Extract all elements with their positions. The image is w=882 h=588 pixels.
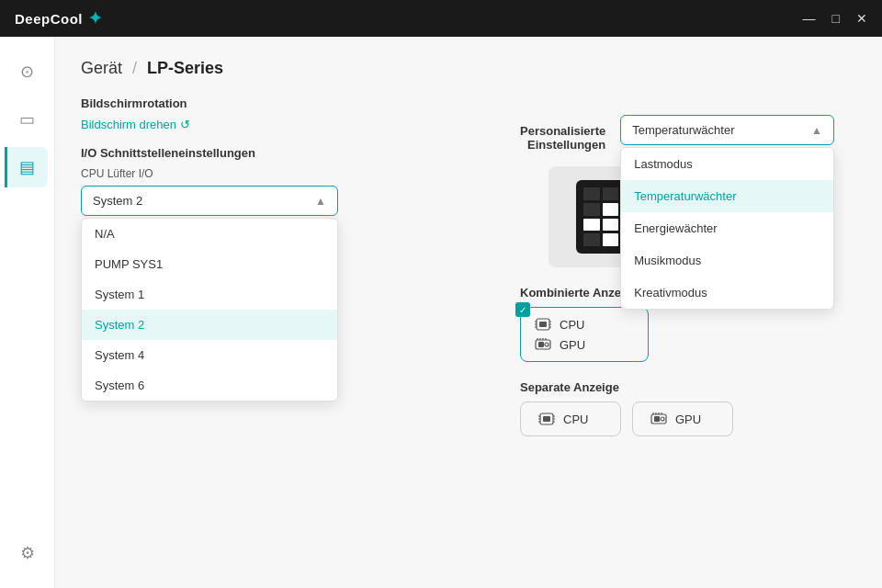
rotate-icon: ↺	[180, 118, 190, 131]
combined-anzeige-wrapper: ✓	[520, 307, 649, 362]
mode-dropdown-chevron: ▲	[811, 124, 822, 137]
device-icon: ▤	[19, 157, 35, 177]
settings-icon: ⚙	[20, 543, 35, 563]
svg-rect-24	[654, 416, 660, 422]
separate-display-label: Separate Anzeige	[520, 380, 834, 394]
separate-cpu-icon	[537, 412, 556, 426]
svg-point-10	[545, 343, 548, 346]
app-body: ⊙ ▭ ▤ ⚙ Gerät / LP-Series Bildschirmrota…	[0, 37, 882, 588]
app-logo: DeepCool ✦	[15, 8, 102, 28]
dropdown-item-sys4[interactable]: System 4	[82, 340, 337, 370]
combined-cpu-label: CPU	[560, 318, 584, 332]
rotate-link-text: Bildschirm drehen	[81, 118, 176, 131]
right-panel: PersonalisierteEinstellungen Temperaturw…	[498, 96, 856, 455]
mode-item-kreativ[interactable]: Kreativmodus	[621, 277, 833, 309]
sidebar: ⊙ ▭ ▤ ⚙	[0, 37, 55, 588]
dropdown-item-pump[interactable]: PUMP SYS1	[82, 249, 337, 279]
svg-rect-1	[539, 322, 547, 327]
logo-text: DeepCool	[15, 11, 83, 27]
mode-item-lastmodus-label: Lastmodus	[634, 157, 693, 171]
dropdown-item-sys4-label: System 4	[95, 348, 144, 362]
mode-item-temperatur[interactable]: Temperaturwächter	[621, 180, 833, 212]
main-content: Gerät / LP-Series Bildschirmrotation Bil…	[55, 37, 882, 588]
dropdown-item-na-label: N/A	[95, 227, 115, 241]
window-controls: — □ ✕	[803, 12, 867, 25]
dropdown-item-sys1-label: System 1	[95, 288, 144, 301]
fan-dropdown-selected[interactable]: System 2 ▲	[81, 186, 338, 216]
mode-dropdown-list: Lastmodus Temperaturwächter Energiewächt…	[620, 147, 834, 310]
personalized-label: PersonalisierteEinstellungen	[520, 115, 605, 152]
home-icon: ⊙	[20, 62, 34, 82]
separate-cpu-box[interactable]: CPU	[520, 401, 621, 436]
mode-dropdown-wrapper: Temperaturwächter ▲ Lastmodus Temperatur…	[620, 115, 834, 145]
dropdown-item-sys1[interactable]: System 1	[82, 279, 337, 310]
mode-item-lastmodus[interactable]: Lastmodus	[621, 148, 833, 180]
breadcrumb: Gerät / LP-Series	[81, 59, 856, 78]
fan-dropdown-wrapper: System 2 ▲ N/A PUMP SYS1 System 1	[81, 186, 338, 216]
breadcrumb-parent: Gerät	[81, 59, 122, 77]
separate-display-row: CPU GPU	[520, 401, 834, 436]
titlebar: DeepCool ✦ — □ ✕	[0, 0, 882, 37]
svg-rect-9	[538, 342, 544, 347]
io-section-label: I/O Schnittstelleneinstellungen	[81, 146, 489, 160]
mode-item-energie-label: Energiewächter	[634, 221, 717, 235]
maximize-button[interactable]: □	[832, 12, 840, 25]
combined-cpu-item: CPU	[534, 317, 635, 332]
dropdown-item-na[interactable]: N/A	[82, 219, 337, 249]
dropdown-item-sys2-label: System 2	[95, 318, 144, 332]
monitor-icon: ▭	[19, 109, 35, 130]
sidebar-item-settings[interactable]: ⚙	[7, 533, 48, 573]
fan-dropdown-chevron: ▲	[315, 195, 326, 208]
logo-icon: ✦	[88, 8, 102, 28]
personalized-label-text: PersonalisierteEinstellungen	[520, 124, 605, 152]
breadcrumb-separator: /	[132, 59, 137, 77]
separate-cpu-label: CPU	[563, 413, 588, 426]
svg-rect-16	[543, 416, 550, 422]
mode-item-musik[interactable]: Musikmodus	[621, 244, 833, 277]
fan-dropdown-list: N/A PUMP SYS1 System 1 System 2 System 4	[81, 218, 338, 401]
separate-gpu-label: GPU	[675, 413, 701, 426]
mode-item-energie[interactable]: Energiewächter	[621, 212, 833, 244]
mode-dropdown-selected[interactable]: Temperaturwächter ▲	[620, 115, 834, 145]
fan-dropdown-value: System 2	[93, 194, 142, 208]
gpu-chip-icon	[534, 337, 552, 352]
dropdown-item-sys6-label: System 6	[95, 379, 144, 392]
personalized-row: PersonalisierteEinstellungen Temperaturw…	[520, 115, 834, 152]
fan-label: CPU Lüfter I/O	[81, 167, 489, 180]
cpu-chip-icon	[534, 317, 552, 332]
combined-gpu-label: GPU	[560, 338, 585, 352]
sidebar-item-monitor[interactable]: ▭	[7, 99, 48, 140]
content-split: Bildschirmrotation Bildschirm drehen ↺ I…	[81, 96, 856, 455]
mode-item-temperatur-label: Temperaturwächter	[634, 189, 736, 203]
separate-gpu-box[interactable]: GPU	[632, 401, 733, 436]
close-button[interactable]: ✕	[856, 12, 867, 25]
separate-gpu-icon	[650, 412, 668, 426]
combined-check-icon: ✓	[515, 302, 530, 317]
mode-item-musik-label: Musikmodus	[634, 254, 701, 267]
dropdown-item-sys2[interactable]: System 2	[82, 310, 337, 340]
screen-rotate-link[interactable]: Bildschirm drehen ↺	[81, 118, 190, 131]
minimize-button[interactable]: —	[803, 12, 816, 25]
mode-item-kreativ-label: Kreativmodus	[634, 286, 707, 300]
sidebar-item-device[interactable]: ▤	[5, 147, 48, 187]
dropdown-item-sys6[interactable]: System 6	[82, 370, 337, 401]
breadcrumb-current: LP-Series	[147, 59, 223, 77]
combined-anzeige-box[interactable]: CPU	[520, 307, 649, 362]
mode-dropdown-value: Temperaturwächter	[632, 123, 734, 137]
screen-rotation-label: Bildschirmrotation	[81, 96, 489, 110]
sidebar-item-home[interactable]: ⊙	[7, 51, 48, 92]
svg-point-25	[661, 417, 664, 421]
dropdown-item-pump-label: PUMP SYS1	[95, 257, 163, 271]
separate-display-section: Separate Anzeige	[520, 380, 834, 436]
left-panel: Bildschirmrotation Bildschirm drehen ↺ I…	[81, 96, 498, 455]
combined-gpu-item: GPU	[534, 337, 635, 352]
